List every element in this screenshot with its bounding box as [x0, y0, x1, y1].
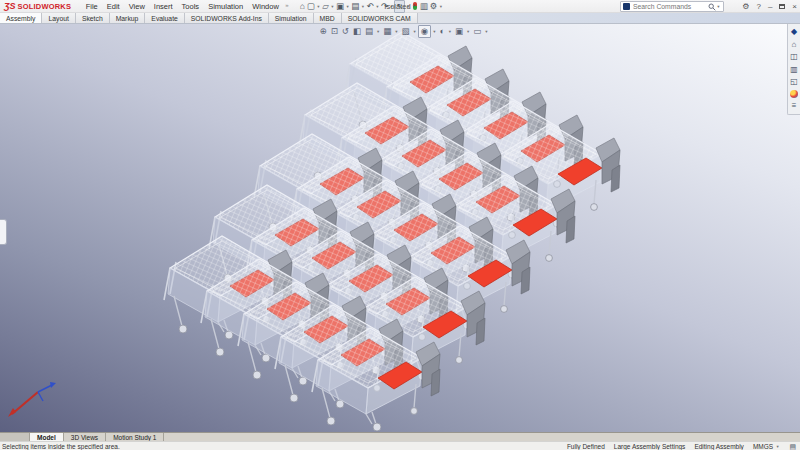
view-palette-icon[interactable]: ◱	[790, 77, 798, 86]
menu-insert[interactable]: Insert	[149, 2, 177, 11]
chevron-down-icon[interactable]: ▾	[465, 29, 470, 34]
tab-assembly[interactable]: Assembly	[0, 13, 42, 23]
menu-edit[interactable]: Edit	[102, 2, 124, 11]
open-document-icon[interactable]: ▱	[321, 1, 330, 12]
featuremanager-flyout-handle[interactable]	[0, 219, 7, 245]
solidworks-window: ƷS SOLIDWORKS File Edit View Insert Tool…	[0, 0, 800, 450]
model-view-tabs: Model 3D Views Motion Study 1	[0, 432, 800, 441]
3dexperience-icon[interactable]: ◆	[791, 27, 797, 36]
tab-3d-views[interactable]: 3D Views	[64, 433, 106, 441]
menu-window[interactable]: Window	[248, 2, 284, 11]
chevron-down-icon[interactable]: ▾	[775, 444, 780, 449]
chevron-down-icon[interactable]: ▾	[484, 29, 489, 34]
tab-solidworks-cam[interactable]: SOLIDWORKS CAM	[342, 13, 418, 23]
menu-view[interactable]: View	[124, 2, 149, 11]
status-bar: Selecting items inside the specified are…	[0, 441, 800, 450]
print-icon[interactable]: ▤	[350, 1, 360, 12]
menu-pin-icon[interactable]: »	[283, 2, 290, 11]
shopping-cart-array[interactable]	[164, 32, 620, 431]
tab-model[interactable]: Model	[30, 433, 64, 441]
redo-icon[interactable]: ↷	[380, 1, 389, 12]
chevron-down-icon[interactable]: ▾	[438, 4, 443, 9]
search-input[interactable]	[633, 3, 708, 10]
assembly-3d-view[interactable]	[0, 24, 800, 432]
appearances-scenes-icon[interactable]	[790, 90, 798, 98]
solidworks-resources-icon[interactable]: ⌂	[792, 40, 797, 49]
status-right: Fully Defined Large Assembly Settings Ed…	[567, 442, 796, 450]
chevron-down-icon[interactable]: ▾	[375, 29, 380, 34]
previous-view-icon[interactable]: ↺	[340, 26, 350, 37]
status-message: Selecting items inside the specified are…	[2, 443, 120, 450]
tab-layout[interactable]: Layout	[42, 13, 75, 23]
new-document-icon[interactable]: ▢	[306, 1, 316, 12]
tab-solidworks-add-ins[interactable]: SOLIDWORKS Add-Ins	[185, 13, 269, 23]
tab-sketch[interactable]: Sketch	[76, 13, 110, 23]
zoom-to-fit-icon[interactable]: ⊕	[318, 26, 328, 37]
tab-evaluate[interactable]: Evaluate	[145, 13, 184, 23]
quick-access-toolbar: ⌂ ▢▾ ▱▾ ▣▾ ▤▾ ↶▾ ↷▾ ↖▾ ▥ ⚙▾	[299, 0, 444, 13]
display-style-icon[interactable]: ▧	[400, 26, 411, 37]
undo-icon[interactable]: ↶	[366, 1, 375, 12]
solidworks-logo-icon: ƷS	[4, 1, 16, 11]
status-editing-assembly: Editing Assembly	[694, 443, 744, 450]
rebuild-icon[interactable]	[413, 2, 417, 10]
commandmanager-tabs: Assembly Layout Sketch Markup Evaluate S…	[0, 13, 800, 24]
status-large-assembly-settings: Large Assembly Settings	[614, 443, 686, 450]
annotation-views-icon[interactable]: ▤	[363, 26, 374, 37]
tab-markup[interactable]: Markup	[110, 13, 146, 23]
select-icon[interactable]: ↖	[394, 0, 405, 13]
chevron-down-icon[interactable]: ▾	[447, 29, 452, 34]
custom-properties-tag-icon[interactable]: ▤	[789, 443, 796, 450]
file-explorer-icon[interactable]: ▥	[790, 65, 798, 74]
heads-up-view-toolbar: ⊕ ⊡ ↺ ◧ ▤▾ ▦▾ ▧▾ ◉▾ ◐▾ ▣▾ ▭▾	[318, 25, 489, 38]
chevron-down-icon[interactable]: ▾	[432, 29, 437, 34]
chevron-down-icon[interactable]: ▾	[412, 29, 417, 34]
solidworks-logo-text: SOLIDWORKS	[18, 2, 72, 11]
section-view-icon[interactable]: ◧	[351, 26, 362, 37]
save-icon[interactable]: ▣	[335, 1, 345, 12]
tab-mbd[interactable]: MBD	[314, 13, 342, 23]
tab-motion-study-1[interactable]: Motion Study 1	[106, 433, 164, 441]
close-button[interactable]: ×	[792, 2, 797, 11]
coordinate-triad	[8, 382, 56, 417]
menu-file[interactable]: File	[81, 2, 102, 11]
design-library-icon[interactable]: ◫	[790, 52, 798, 61]
restore-button[interactable]	[779, 4, 785, 9]
view-settings-icon[interactable]: ▭	[472, 26, 483, 37]
task-pane: ◆ ⌂ ◫ ▥ ◱ ≡	[787, 24, 800, 115]
solidworks-app-icon	[623, 3, 630, 10]
unit-system-selector[interactable]: MMGS ▾	[753, 443, 781, 450]
help-icon[interactable]: ?	[756, 2, 760, 11]
search-icon[interactable]	[708, 3, 716, 11]
menu-simulation[interactable]: Simulation	[204, 2, 248, 11]
chevron-down-icon[interactable]: ▾	[405, 4, 410, 9]
status-fully-defined: Fully Defined	[567, 443, 605, 450]
hide-show-items-icon[interactable]: ◉	[418, 25, 430, 38]
tab-simulation[interactable]: Simulation	[269, 13, 314, 23]
menu-bar: File Edit View Insert Tools Simulation W…	[81, 2, 291, 11]
minimize-button[interactable]: –	[768, 2, 772, 11]
zoom-to-area-icon[interactable]: ⊡	[329, 26, 339, 37]
window-controls: ⚙ ? – ×	[742, 0, 797, 13]
view-orientation-icon[interactable]: ▦	[382, 26, 393, 37]
title-bar: ƷS SOLIDWORKS File Edit View Insert Tool…	[0, 0, 800, 13]
file-properties-icon[interactable]: ▥	[419, 1, 429, 12]
search-commands-box[interactable]: ▾	[620, 1, 724, 12]
chevron-down-icon[interactable]: ▾	[394, 29, 399, 34]
gear-icon[interactable]: ⚙	[742, 2, 749, 11]
solidworks-logo: ƷS SOLIDWORKS	[4, 1, 71, 11]
apply-scene-icon[interactable]: ▣	[453, 26, 464, 37]
graphics-area[interactable]: ⊕ ⊡ ↺ ◧ ▤▾ ▦▾ ▧▾ ◉▾ ◐▾ ▣▾ ▭▾ ◆ ⌂ ◫ ▥ ◱ ≡	[0, 24, 800, 432]
tab-scroll-area[interactable]	[0, 433, 30, 441]
edit-appearance-icon[interactable]: ◐	[438, 26, 446, 37]
menu-tools[interactable]: Tools	[177, 2, 204, 11]
unit-system-value: MMGS	[753, 443, 773, 450]
chevron-down-icon[interactable]: ▾	[716, 4, 721, 9]
options-icon[interactable]: ⚙	[429, 1, 439, 12]
home-icon[interactable]: ⌂	[299, 1, 306, 12]
custom-properties-icon[interactable]: ≡	[792, 101, 797, 110]
